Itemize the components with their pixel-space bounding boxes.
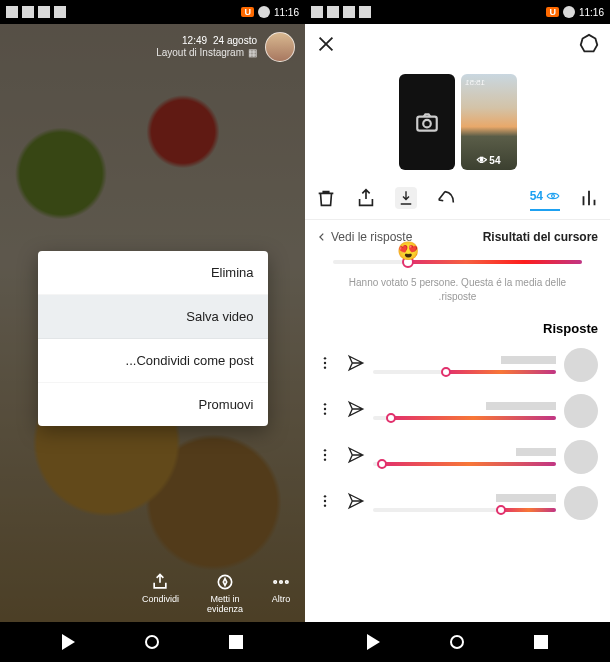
reply-more-button[interactable]	[317, 401, 333, 421]
footer-condividi[interactable]: Condividi	[142, 572, 179, 614]
share-up-icon	[355, 187, 377, 209]
nav-back[interactable]	[62, 634, 75, 650]
menu-item-salva-video[interactable]: Salva video	[38, 295, 268, 339]
nav-home[interactable]	[145, 635, 159, 649]
footer-metti-evidenza[interactable]: Metti in evidenza	[207, 572, 243, 614]
vpn-badge: U	[546, 7, 559, 17]
battery-icon	[258, 6, 270, 18]
download-icon	[397, 189, 415, 207]
battery-icon	[563, 6, 575, 18]
svg-point-10	[324, 366, 326, 368]
reply-slider	[373, 508, 556, 512]
nav-back[interactable]	[367, 634, 380, 650]
status-time: 11:16	[579, 7, 604, 18]
reply-send-button[interactable]	[347, 400, 365, 422]
replies-list	[305, 342, 610, 526]
slider-track: 😍	[333, 260, 582, 264]
results-title: Risultati del cursore	[483, 230, 598, 244]
menu-item-condividi-post[interactable]: Condividi come post...	[38, 339, 268, 383]
svg-point-6	[423, 120, 431, 128]
story-header: 12:49 24 agosto Layout di Instagram ▦	[0, 32, 305, 62]
status-bar: U 11:16	[0, 0, 305, 24]
slider-result-summary: 😍	[305, 250, 610, 270]
reply-avatar[interactable]	[564, 486, 598, 520]
gear-outline-icon	[578, 33, 600, 55]
reply-actions	[317, 354, 365, 376]
reply-body	[373, 448, 556, 466]
eye-icon	[546, 189, 560, 203]
thumb-camera[interactable]	[399, 74, 455, 170]
android-nav-bar	[305, 622, 610, 662]
more-icon	[271, 572, 291, 592]
more-vertical-icon	[317, 355, 333, 371]
paper-plane-icon	[347, 354, 365, 372]
reply-body	[373, 356, 556, 374]
reply-more-button[interactable]	[317, 355, 333, 375]
heart-eyes-emoji: 😍	[397, 240, 419, 262]
views-count: 54	[530, 189, 543, 203]
chevron-left-icon	[317, 232, 327, 242]
wifi-icon	[327, 6, 339, 18]
share-button[interactable]	[355, 187, 377, 209]
camera-icon	[414, 109, 440, 135]
arrow-reply-icon	[435, 187, 457, 209]
highlight-icon	[215, 572, 235, 592]
stats-tab[interactable]	[578, 187, 600, 209]
reply-slider	[373, 462, 556, 466]
avatar[interactable]	[265, 32, 295, 62]
status-bar: U 11:16	[305, 0, 610, 24]
nav-recent[interactable]	[534, 635, 548, 649]
nav-recent[interactable]	[229, 635, 243, 649]
svg-point-0	[274, 581, 277, 584]
settings-button[interactable]	[578, 33, 600, 59]
svg-point-17	[324, 495, 326, 497]
close-button[interactable]	[315, 33, 337, 59]
menu-item-promuovi[interactable]: Promuovi	[38, 383, 268, 426]
reply-row	[305, 342, 610, 388]
left-phone: U 11:16 12:49 24 agosto Layout di Instag…	[0, 0, 305, 662]
replies-title: Risposte	[305, 313, 610, 342]
download-button[interactable]	[395, 187, 417, 209]
section-head: Vedi le risposte Risultati del cursore	[305, 220, 610, 250]
delete-button[interactable]	[315, 187, 337, 209]
reply-row	[305, 388, 610, 434]
send-button[interactable]	[435, 187, 457, 209]
signal-icon	[311, 6, 323, 18]
footer-condividi-label: Condividi	[142, 594, 179, 604]
reply-send-button[interactable]	[347, 354, 365, 376]
menu-item-elimina[interactable]: Elimina	[38, 251, 268, 295]
slider-fill	[408, 260, 582, 264]
results-caption: Hanno votato 5 persone. Questa é la medi…	[305, 270, 610, 313]
nav-home[interactable]	[450, 635, 464, 649]
paper-plane-icon	[347, 446, 365, 464]
svg-point-1	[280, 581, 283, 584]
thumb-story[interactable]: 15:51 👁 54	[461, 74, 517, 170]
reply-body	[373, 494, 556, 512]
reply-actions	[317, 446, 365, 468]
signal-icon	[6, 6, 18, 18]
reply-avatar[interactable]	[564, 394, 598, 428]
reply-more-button[interactable]	[317, 493, 333, 513]
reply-knob	[377, 459, 387, 469]
views-tab[interactable]: 54	[530, 189, 560, 211]
reply-username-redacted	[501, 356, 556, 364]
reply-avatar[interactable]	[564, 348, 598, 382]
svg-rect-5	[417, 117, 437, 131]
svg-point-12	[324, 408, 326, 410]
reply-username-redacted	[486, 402, 556, 410]
svg-point-16	[324, 458, 326, 460]
more-vertical-icon	[317, 447, 333, 463]
story-time: 12:49	[182, 35, 207, 47]
reply-more-button[interactable]	[317, 447, 333, 467]
reply-send-button[interactable]	[347, 446, 365, 468]
sound-icon	[38, 6, 50, 18]
reply-avatar[interactable]	[564, 440, 598, 474]
bluetooth-icon	[54, 6, 66, 18]
svg-point-11	[324, 403, 326, 405]
story-footer: Altro Metti in evidenza Condividi	[0, 572, 305, 614]
reply-send-button[interactable]	[347, 492, 365, 514]
story-viewer[interactable]: 12:49 24 agosto Layout di Instagram ▦ El…	[0, 24, 305, 622]
footer-altro-label: Altro	[272, 594, 291, 604]
footer-altro[interactable]: Altro	[271, 572, 291, 614]
close-icon	[315, 33, 337, 55]
